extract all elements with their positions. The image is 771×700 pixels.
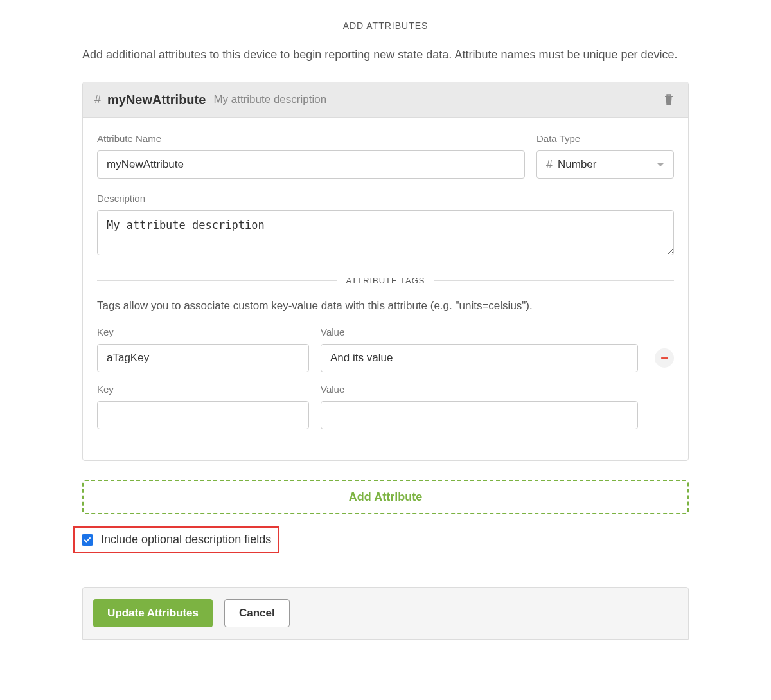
include-optional-label: Include optional description fields bbox=[101, 533, 271, 546]
footer-actions: Update Attributes Cancel bbox=[82, 587, 689, 640]
tag-row: Key Value bbox=[97, 384, 674, 429]
attribute-tags-heading: ATTRIBUTE TAGS bbox=[337, 276, 434, 285]
tag-value-label: Value bbox=[321, 327, 638, 337]
tag-key-input[interactable] bbox=[97, 344, 309, 372]
chevron-down-icon bbox=[657, 163, 664, 166]
check-icon bbox=[84, 536, 91, 544]
description-label: Description bbox=[97, 193, 674, 204]
tag-row: Key Value − bbox=[97, 327, 674, 372]
delete-attribute-button[interactable] bbox=[661, 91, 677, 108]
tag-key-input[interactable] bbox=[97, 401, 309, 429]
add-attributes-heading: ADD ATTRIBUTES bbox=[333, 21, 439, 31]
tag-key-label: Key bbox=[97, 327, 309, 337]
data-type-value: Number bbox=[558, 158, 657, 171]
data-type-select[interactable]: # Number bbox=[536, 150, 674, 179]
section-intro: Add additional attributes to this device… bbox=[82, 46, 689, 64]
remove-tag-button[interactable]: − bbox=[655, 348, 674, 368]
hash-icon: # bbox=[546, 158, 553, 172]
attribute-name-input[interactable] bbox=[97, 150, 525, 179]
include-optional-highlight: Include optional description fields bbox=[73, 526, 279, 553]
tag-value-label: Value bbox=[321, 384, 638, 395]
attribute-card: # myNewAttribute My attribute descriptio… bbox=[82, 82, 689, 461]
attribute-name-label: Attribute Name bbox=[97, 133, 525, 144]
hash-icon: # bbox=[94, 93, 101, 107]
attribute-card-header: # myNewAttribute My attribute descriptio… bbox=[83, 82, 688, 118]
attribute-header-desc: My attribute description bbox=[213, 93, 661, 106]
update-attributes-button[interactable]: Update Attributes bbox=[93, 599, 213, 627]
tag-value-input[interactable] bbox=[321, 401, 638, 429]
tags-description: Tags allow you to associate custom key-v… bbox=[97, 300, 674, 312]
cancel-button[interactable]: Cancel bbox=[224, 599, 290, 627]
add-attributes-divider: ADD ATTRIBUTES bbox=[82, 21, 689, 31]
minus-icon: − bbox=[660, 351, 668, 366]
description-input[interactable] bbox=[97, 210, 674, 255]
attribute-tags-divider: ATTRIBUTE TAGS bbox=[97, 276, 674, 285]
trash-icon bbox=[664, 94, 674, 105]
add-attribute-label: Add Attribute bbox=[349, 490, 422, 503]
data-type-label: Data Type bbox=[536, 133, 674, 144]
attribute-header-name: myNewAttribute bbox=[107, 93, 206, 107]
add-attribute-button[interactable]: Add Attribute bbox=[82, 480, 689, 514]
tag-value-input[interactable] bbox=[321, 344, 638, 372]
include-optional-checkbox[interactable] bbox=[82, 534, 93, 546]
tag-key-label: Key bbox=[97, 384, 309, 395]
